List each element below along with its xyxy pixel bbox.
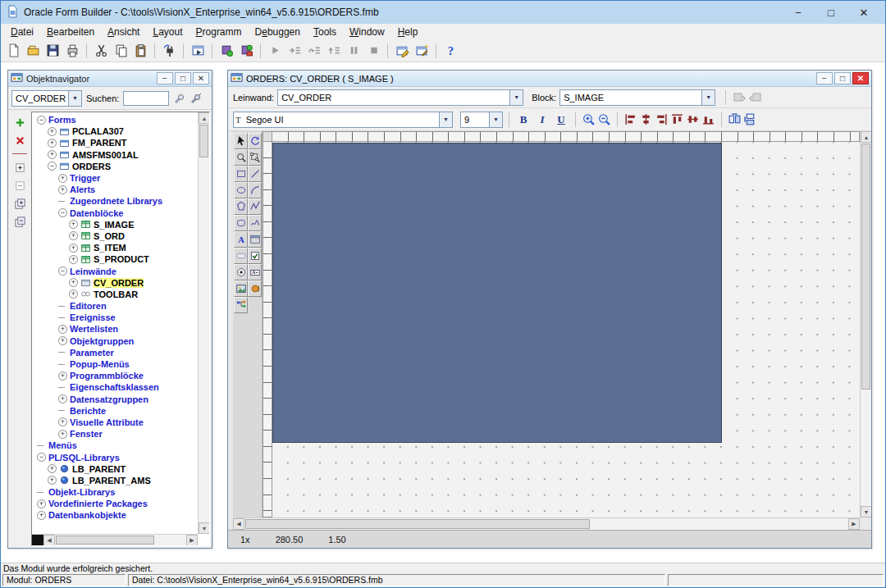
tree-item-s-image[interactable]: +S_IMAGE <box>34 219 198 230</box>
navigator-tree-vertical-scrollbar[interactable]: ▲ ▼ <box>198 112 209 534</box>
flip-horizontal-icon[interactable] <box>728 112 742 126</box>
tree-item-pl-sql-librarys[interactable]: −PL/SQL-Librarys <box>34 451 198 463</box>
tree-item-label[interactable]: FM_PARENT <box>72 138 126 148</box>
scroll-right-icon[interactable]: ▶ <box>186 535 198 546</box>
expand-node-icon[interactable]: + <box>58 394 67 403</box>
underline-button[interactable]: U <box>553 112 569 128</box>
flip-vertical-icon[interactable] <box>743 112 757 126</box>
chevron-down-icon[interactable]: ▼ <box>68 91 81 106</box>
expand-node-icon[interactable]: + <box>37 511 46 520</box>
tree-item-label[interactable]: Objektgruppen <box>70 336 134 346</box>
chevron-down-icon[interactable]: ▼ <box>509 90 523 105</box>
tree-item-wertelisten[interactable]: +Wertelisten <box>34 323 198 335</box>
zoom-out-icon[interactable] <box>597 112 611 126</box>
image-item-tool[interactable] <box>234 280 248 297</box>
search-next-flashlight-icon[interactable] <box>190 92 203 105</box>
tree-item-label[interactable]: Datenbankobjekte <box>48 510 126 520</box>
expand-node-icon[interactable]: + <box>48 476 57 485</box>
tree-item-label[interactable]: ORDERS <box>72 162 111 171</box>
align-top-icon[interactable] <box>670 112 684 126</box>
tree-item-label[interactable]: Editoren <box>70 301 107 311</box>
tree-item-lb-parent-ams[interactable]: +LB_PARENT_AMS <box>34 475 198 486</box>
tree-item-label[interactable]: TOOLBAR <box>94 289 138 299</box>
menu-ansicht[interactable]: Ansicht <box>101 25 146 39</box>
tree-item-eigenschaftsklassen[interactable]: Eigenschaftsklassen <box>34 381 198 393</box>
collapse-node-icon[interactable]: − <box>37 453 46 462</box>
scroll-up-icon[interactable]: ▲ <box>861 131 871 143</box>
magnify-tool[interactable] <box>234 149 248 166</box>
tree-item-ereignisse[interactable]: Ereignisse <box>34 312 198 323</box>
expand-all-button[interactable] <box>11 196 28 211</box>
bold-button[interactable]: B <box>515 112 532 128</box>
tree-item-datenbankobjekte[interactable]: +Datenbankobjekte <box>34 509 198 521</box>
expand-node-icon[interactable]: + <box>48 150 57 159</box>
align-right-icon[interactable] <box>655 112 669 126</box>
tree-item-fenster[interactable]: +Fenster <box>34 428 198 440</box>
tree-item-label[interactable]: LB_PARENT_AMS <box>72 476 151 485</box>
hierarchical-tree-tool[interactable] <box>234 297 248 313</box>
editor-vertical-scrollbar[interactable]: ▲ ▼ <box>860 131 871 517</box>
collapse-node-icon[interactable]: − <box>58 208 67 217</box>
tree-item-alerts[interactable]: +Alerts <box>34 184 198 195</box>
tree-item-label[interactable]: Programmblöcke <box>70 371 144 381</box>
tree-item-datenbl-cke[interactable]: −Datenblöcke <box>34 207 198 219</box>
tree-item-cv-order[interactable]: +CV_ORDER <box>34 277 198 289</box>
tree-item-parameter[interactable]: Parameter <box>34 347 198 358</box>
freehand-tool[interactable] <box>248 215 262 231</box>
print-button[interactable] <box>63 42 81 60</box>
collapse-node-icon[interactable]: − <box>48 162 57 171</box>
tree-item-label[interactable]: S_IMAGE <box>94 220 135 230</box>
tree-item-orders[interactable]: −ORDERS <box>34 161 198 172</box>
save-button[interactable] <box>43 42 62 60</box>
tree-item-vordefinierte-packages[interactable]: +Vordefinierte Packages <box>34 498 198 509</box>
rearrange-icon[interactable] <box>749 91 762 104</box>
ellipse-tool[interactable] <box>234 182 248 198</box>
chevron-down-icon[interactable]: ▼ <box>439 112 452 127</box>
tree-item-label[interactable]: Ereignisse <box>70 312 116 322</box>
maximize-button[interactable]: □ <box>815 7 847 19</box>
expand-node-icon[interactable]: + <box>37 499 46 508</box>
connect-button[interactable] <box>160 42 178 60</box>
step-out-button[interactable] <box>325 42 343 60</box>
stop-button[interactable] <box>364 42 382 60</box>
expand-node-icon[interactable]: + <box>48 464 57 473</box>
zoom-in-icon[interactable] <box>582 112 596 126</box>
debug-play-button[interactable] <box>266 42 284 60</box>
polyline-tool[interactable] <box>248 198 262 215</box>
font-name-combobox[interactable]: T Segoe UI ▼ <box>233 112 453 128</box>
align-center-icon[interactable] <box>639 112 653 126</box>
tree-item-label[interactable]: Objekt-Librarys <box>48 487 115 497</box>
layout-minimize-button[interactable]: − <box>816 72 833 84</box>
tree-item-men-s[interactable]: Menüs <box>34 440 198 451</box>
rotate-tool[interactable] <box>248 133 262 149</box>
copy-button[interactable] <box>112 42 130 60</box>
layout-restore-button[interactable]: □ <box>834 72 851 84</box>
menu-tools[interactable]: Tools <box>307 25 343 39</box>
step-over-button[interactable] <box>305 42 323 60</box>
tree-item-berichte[interactable]: Berichte <box>34 405 198 417</box>
scrollbar-thumb[interactable] <box>56 536 154 545</box>
search-input[interactable] <box>123 91 169 106</box>
update-layout-icon[interactable] <box>733 91 746 104</box>
line-tool[interactable] <box>248 166 262 182</box>
expand-node-icon[interactable]: + <box>69 244 78 253</box>
expand-node-icon[interactable]: + <box>69 289 78 299</box>
tree-item-datensatzgruppen[interactable]: +Datensatzgruppen <box>34 394 198 405</box>
open-button[interactable] <box>24 42 42 60</box>
italic-button[interactable]: I <box>534 112 550 128</box>
expand-node-icon[interactable]: + <box>58 430 67 439</box>
tree-item-lb-parent[interactable]: +LB_PARENT <box>34 463 198 475</box>
expand-node-icon[interactable]: + <box>58 174 67 183</box>
tree-item-label[interactable]: Trigger <box>70 173 100 183</box>
menu-layout[interactable]: Layout <box>146 25 189 39</box>
tree-item-s-item[interactable]: +S_ITEM <box>34 242 198 253</box>
tree-item-label[interactable]: PCLALA307 <box>72 126 124 136</box>
tree-item-trigger[interactable]: +Trigger <box>34 172 198 184</box>
align-middle-icon[interactable] <box>686 112 700 126</box>
tree-item-editoren[interactable]: Editoren <box>34 300 198 312</box>
radio-button-tool[interactable] <box>234 264 248 280</box>
tree-item-label[interactable]: Vordefinierte Packages <box>48 499 148 508</box>
frame-tool[interactable] <box>248 231 262 248</box>
menu-help[interactable]: Help <box>391 25 425 39</box>
menu-programm[interactable]: Programm <box>190 25 249 39</box>
